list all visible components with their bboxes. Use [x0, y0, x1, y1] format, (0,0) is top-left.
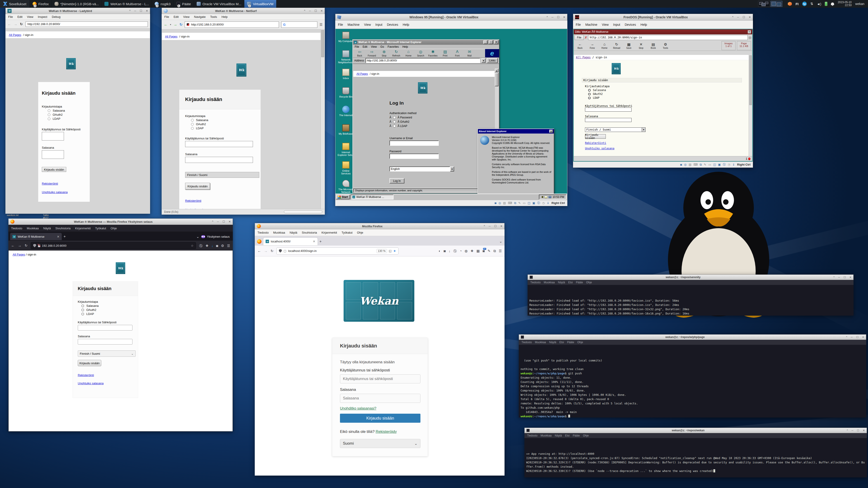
ie-toolbar-button[interactable]: ✉ Mail: [464, 50, 475, 57]
win95-desktop-icon[interactable]: The Internet: [337, 106, 354, 117]
toolbar-extension-icon[interactable]: ◙9+: [483, 249, 485, 253]
menu-item[interactable]: Muokkaa: [27, 227, 39, 230]
toolbar-extension-icon[interactable]: Ⓢ: [199, 244, 203, 248]
dillo-close-button[interactable]: ✕: [748, 30, 751, 33]
clear-url-icon[interactable]: ✗: [585, 36, 587, 39]
radio-option[interactable]: OAuth2: [588, 92, 739, 96]
taskbar-button[interactable]: WeKan ® Multiverse - L...: [101, 0, 152, 8]
maximize-button[interactable]: ☐: [844, 276, 846, 279]
terminal-titlebar[interactable]: wekan@z: ~/repos/serenity ^─☐✕: [528, 274, 854, 280]
menu-item[interactable]: File: [8, 15, 13, 19]
url-input[interactable]: http://192.168.0.20:8000/sign-in: [588, 35, 748, 40]
password-input[interactable]: [185, 157, 253, 163]
win95-desktop-icon[interactable]: Internet Explorer Setup: [337, 143, 354, 156]
radio-option[interactable]: OAuth2: [81, 308, 133, 312]
radio-option[interactable]: LDAP: [588, 96, 739, 99]
menu-item[interactable]: Pääte: [576, 281, 583, 284]
menu-item[interactable]: Tools: [210, 15, 217, 19]
win95-desktop-icon[interactable]: Network Neighborhood: [337, 50, 354, 64]
register-link[interactable]: Rekisteröidy: [376, 429, 397, 434]
vbox-titlebar[interactable]: Windows 95 [Running] - Oracle VM Virtual…: [335, 14, 567, 21]
vbox-status-icon[interactable]: ✎: [518, 201, 521, 205]
desktop-icon[interactable]: sanitize.txt: [7, 214, 19, 217]
menu-item[interactable]: Help: [403, 23, 409, 26]
minimize-button[interactable]: ─: [489, 225, 491, 228]
url-input[interactable]: http://192.168.0.20:8000/: [26, 22, 148, 27]
menu-item[interactable]: Favorites: [388, 45, 399, 48]
radio-option[interactable]: ÂÂ Password: [390, 116, 485, 119]
menu-item[interactable]: View: [27, 15, 33, 19]
win95-desktop-icon[interactable]: Recycle Bin: [337, 87, 354, 98]
ie-maximize-button[interactable]: □: [489, 40, 493, 44]
menu-item[interactable]: Help: [402, 45, 408, 48]
ie-toolbar-button[interactable]: ⇨ Forward: [366, 50, 378, 57]
menu-icon[interactable]: ☰: [320, 23, 322, 27]
all-pages-link[interactable]: All Pages: [13, 253, 25, 256]
maximize-button[interactable]: ☐: [140, 9, 142, 12]
applications-menu[interactable]: Sovellukset: [0, 0, 30, 8]
page-info-icon[interactable]: ▢: [284, 249, 286, 253]
minimize-button[interactable]: ─: [737, 16, 739, 19]
bookmark-star-icon[interactable]: ☆: [191, 244, 193, 248]
signin-button[interactable]: Kirjaudu sisään: [78, 360, 101, 366]
signin-button[interactable]: Kirjaudu sisään: [185, 183, 210, 190]
win95-desktop-icon[interactable]: Inbox: [337, 69, 354, 79]
language-select[interactable]: Suomi ⌄: [340, 439, 421, 448]
radio-option[interactable]: Salasana: [81, 304, 133, 307]
new-tab-button[interactable]: +: [64, 234, 66, 239]
all-pages-link[interactable]: All Pages: [356, 72, 368, 75]
vbox-status-icon[interactable]: ◎: [498, 201, 501, 205]
menu-item[interactable]: View: [183, 15, 189, 19]
tab-wekan[interactable]: w WeKan ® Multiverse ✕: [10, 233, 62, 240]
vbox-status-icon[interactable]: ◫: [713, 163, 716, 166]
start-button[interactable]: Start: [336, 195, 350, 199]
menu-item[interactable]: File: [164, 15, 169, 19]
vbox-status-icon[interactable]: ▤: [688, 163, 691, 166]
menu-item[interactable]: Etsi: [559, 341, 564, 344]
bug-icon[interactable]: [748, 158, 750, 160]
radio-option[interactable]: LDAP: [191, 127, 255, 130]
menu-item[interactable]: Inspect: [38, 15, 47, 19]
clock-tray-icon[interactable]: [545, 196, 547, 198]
hp-tool-icon[interactable]: hp: [802, 2, 807, 6]
taskbar-button[interactable]: Pääte 5: [174, 0, 194, 8]
close-button[interactable]: ✕: [146, 9, 148, 12]
firefox-titlebar[interactable]: WeKan ® Multiverse — Mozilla Firefox Yks…: [8, 219, 233, 225]
dillo-toolbar-button[interactable]: ⚙ Tools: [660, 42, 671, 49]
language-select[interactable]: Finnish / Suomi ▼: [585, 127, 646, 132]
vbox-status-icon[interactable]: ◷: [728, 163, 730, 166]
menu-item[interactable]: Muokkaa: [541, 434, 552, 437]
back-icon[interactable]: ←: [8, 22, 11, 26]
menu-item[interactable]: Tiedosto: [522, 341, 532, 344]
taskbar-button[interactable]: *[Nimetön]-1.0 (RGB-vä...: [52, 0, 102, 8]
dillo-toolbar-button[interactable]: ▤ Book: [648, 42, 658, 49]
menu-item[interactable]: Ohje: [586, 281, 592, 284]
menu-item[interactable]: Tiedosto: [530, 281, 541, 284]
back-icon[interactable]: ←: [11, 243, 15, 248]
menu-item[interactable]: Sivuhistoria: [302, 231, 317, 234]
taskbar-button[interactable]: Firefox 3: [30, 0, 52, 8]
volume-icon[interactable]: [541, 196, 543, 198]
username-input[interactable]: [340, 375, 421, 383]
menu-item[interactable]: Muokkaa: [535, 341, 546, 344]
toolbar-extension-icon[interactable]: ↓: [212, 244, 213, 248]
maximize-button[interactable]: ☐: [557, 16, 559, 19]
forgot-link[interactable]: Unohtuiko salasana: [42, 191, 68, 194]
menu-item[interactable]: Työkalut: [342, 231, 352, 234]
menu-item[interactable]: Pääte: [573, 434, 580, 437]
toolbar-extension-icon[interactable]: ◙: [444, 249, 446, 253]
password-input[interactable]: [78, 339, 132, 345]
menu-item[interactable]: Muokkaa: [544, 281, 555, 284]
maximize-button[interactable]: ☐: [222, 220, 225, 223]
password-input[interactable]: [42, 150, 64, 159]
menu-item[interactable]: Ohje: [577, 341, 583, 344]
menu-item[interactable]: Help: [641, 23, 647, 26]
menu-item[interactable]: Sivuhistoria: [55, 227, 70, 230]
zoom-level[interactable]: 130 %: [377, 249, 387, 253]
minimize-button[interactable]: ─: [851, 336, 852, 338]
win95-desktop-icon[interactable]: My Computer: [337, 32, 354, 42]
dillo-toolbar-button[interactable]: ⌂ Home: [599, 42, 610, 49]
menu-item[interactable]: View: [371, 45, 377, 48]
username-input[interactable]: [78, 325, 132, 330]
menu-item[interactable]: Muokkaa: [273, 231, 285, 234]
